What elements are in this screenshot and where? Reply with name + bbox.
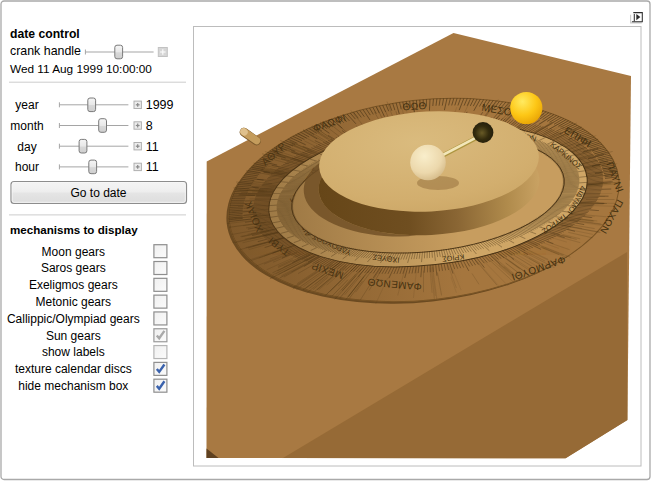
svg-text:texture calendar discs: texture calendar discs [15,362,132,376]
svg-text:date control: date control [10,27,80,41]
svg-text:day: day [17,140,36,154]
svg-text:11: 11 [146,160,159,174]
svg-text:Wed 11 Aug 1999 10:00:00: Wed 11 Aug 1999 10:00:00 [10,62,152,76]
svg-text:1999: 1999 [146,98,174,112]
svg-text:mechanisms to display: mechanisms to display [10,223,138,236]
svg-text:crank handle: crank handle [10,44,81,58]
svg-text:Metonic gears: Metonic gears [36,295,111,309]
svg-text:Exeligmos gears: Exeligmos gears [29,278,118,292]
svg-text:hide mechanism box: hide mechanism box [18,379,128,393]
svg-text:11: 11 [146,140,159,154]
svg-text:month: month [10,119,43,133]
svg-text:Sun gears: Sun gears [46,329,101,343]
svg-text:year: year [15,98,38,112]
svg-text:show labels: show labels [42,345,105,359]
svg-text:8: 8 [146,119,153,133]
svg-text:Saros gears: Saros gears [41,261,106,275]
svg-text:Go to date: Go to date [70,186,126,200]
svg-text:hour: hour [15,160,39,174]
svg-text:Callippic/Olympiad gears: Callippic/Olympiad gears [7,312,140,326]
svg-text:Moon gears: Moon gears [42,245,105,259]
